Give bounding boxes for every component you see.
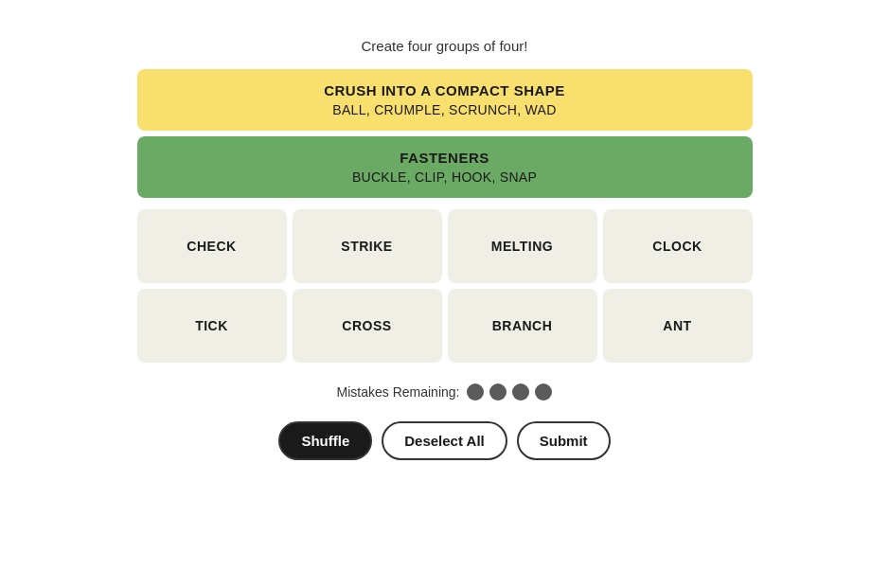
dot-3 <box>512 383 529 401</box>
grid-cell-2[interactable]: MELTING <box>448 209 597 283</box>
grid-cell-3[interactable]: CLOCK <box>603 209 753 283</box>
grid-cell-7[interactable]: ANT <box>603 289 753 363</box>
mistakes-label: Mistakes Remaining: <box>337 384 460 400</box>
word-grid: CHECK STRIKE MELTING CLOCK TICK CROSS BR… <box>137 209 753 363</box>
solved-row-green-words: BUCKLE, CLIP, HOOK, SNAP <box>352 169 537 185</box>
grid-cell-1[interactable]: STRIKE <box>293 209 442 283</box>
dot-1 <box>467 383 484 401</box>
dot-4 <box>535 383 552 401</box>
shuffle-button[interactable]: Shuffle <box>278 421 372 460</box>
solved-rows: CRUSH INTO A COMPACT SHAPE BALL, CRUMPLE… <box>137 69 753 198</box>
deselect-button[interactable]: Deselect All <box>382 421 507 460</box>
dot-2 <box>489 383 507 401</box>
grid-cell-6[interactable]: BRANCH <box>448 289 597 363</box>
solved-row-yellow-title: CRUSH INTO A COMPACT SHAPE <box>324 82 565 98</box>
solved-row-green: FASTENERS BUCKLE, CLIP, HOOK, SNAP <box>137 136 753 198</box>
solved-row-yellow: CRUSH INTO A COMPACT SHAPE BALL, CRUMPLE… <box>137 69 753 131</box>
submit-button[interactable]: Submit <box>517 421 611 460</box>
mistakes-dots <box>467 383 552 401</box>
game-container: Create four groups of four! CRUSH INTO A… <box>137 38 753 460</box>
solved-row-green-title: FASTENERS <box>400 150 489 166</box>
solved-row-yellow-words: BALL, CRUMPLE, SCRUNCH, WAD <box>332 102 556 117</box>
grid-cell-4[interactable]: TICK <box>137 289 287 363</box>
action-buttons: Shuffle Deselect All Submit <box>278 421 610 460</box>
grid-cell-5[interactable]: CROSS <box>293 289 442 363</box>
mistakes-row: Mistakes Remaining: <box>337 383 553 401</box>
grid-cell-0[interactable]: CHECK <box>137 209 287 283</box>
subtitle: Create four groups of four! <box>362 38 528 54</box>
